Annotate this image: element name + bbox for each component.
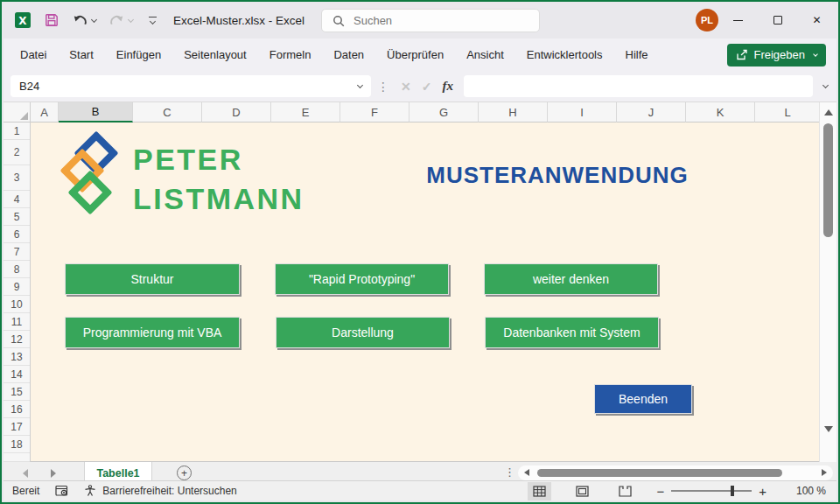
column-header-i[interactable]: I <box>548 102 617 122</box>
undo-button[interactable] <box>72 13 96 28</box>
column-header-d[interactable]: D <box>202 102 271 122</box>
column-header-g[interactable]: G <box>410 102 479 122</box>
column-header-j[interactable]: J <box>617 102 686 122</box>
tab-ansicht[interactable]: Ansicht <box>455 38 515 71</box>
row-header-7[interactable]: 7 <box>4 243 30 261</box>
tab-formeln[interactable]: Formeln <box>258 38 323 71</box>
macro-record-icon <box>55 485 68 497</box>
row-header-11[interactable]: 11 <box>4 313 30 331</box>
add-sheet-button[interactable]: + <box>177 466 192 480</box>
insert-function-button[interactable]: fx <box>437 79 458 94</box>
rapid-prototyping-button[interactable]: "Rapid Prototyping" <box>275 263 449 295</box>
share-button[interactable]: Freigeben <box>727 44 826 66</box>
row-header-3[interactable]: 3 <box>4 165 30 191</box>
macro-record-button[interactable] <box>55 485 68 497</box>
row-header-1[interactable]: 1 <box>4 122 30 140</box>
expand-formula-bar-icon[interactable] <box>822 82 829 88</box>
row-header-13[interactable]: 13 <box>4 348 30 366</box>
accessibility-checker-button[interactable] <box>84 485 96 497</box>
tab-hilfe[interactable]: Hilfe <box>614 38 660 71</box>
maximize-button[interactable] <box>758 2 797 38</box>
row-header-8[interactable]: 8 <box>4 261 30 278</box>
zoom-level[interactable]: 100 % <box>780 485 826 497</box>
name-box[interactable]: B24 <box>10 75 371 97</box>
column-header-a[interactable]: A <box>31 102 59 122</box>
row-header-partial[interactable] <box>4 453 30 462</box>
page-layout-view-button[interactable] <box>570 482 594 500</box>
row-header-17[interactable]: 17 <box>4 418 30 436</box>
beenden-button[interactable]: Beenden <box>594 384 692 414</box>
row-header-12[interactable]: 12 <box>4 331 30 348</box>
programmierung-mit-vba-button[interactable]: Programmierung mit VBA <box>65 317 240 348</box>
zoom-in-button[interactable]: + <box>752 484 774 499</box>
struktur-button[interactable]: Struktur <box>65 263 240 295</box>
horizontal-scroll-thumb[interactable] <box>537 469 782 477</box>
datenbanken-mit-system-button[interactable]: Datenbanken mit System <box>485 317 659 348</box>
page-layout-icon <box>576 486 589 497</box>
row-header-10[interactable]: 10 <box>4 296 30 313</box>
row-header-14[interactable]: 14 <box>4 366 30 383</box>
cancel-entry-button[interactable]: ✕ <box>396 80 416 94</box>
column-header-e[interactable]: E <box>271 102 340 122</box>
scroll-up-icon[interactable] <box>824 109 833 116</box>
column-header-b[interactable]: B <box>59 102 133 122</box>
accessibility-icon <box>84 485 96 497</box>
search-icon <box>332 15 345 27</box>
close-icon: ✕ <box>812 14 821 26</box>
ribbon-tab-row: DateiStartEinfügenSeitenlayoutFormelnDat… <box>4 38 836 71</box>
column-header-k[interactable]: K <box>686 102 755 122</box>
scroll-right-icon[interactable] <box>822 469 827 476</box>
row-header-18[interactable]: 18 <box>4 436 30 453</box>
tab-einfügen[interactable]: Einfügen <box>105 38 172 71</box>
avatar[interactable]: PL <box>696 9 718 32</box>
vertical-scrollbar[interactable] <box>819 102 836 462</box>
page-break-view-button[interactable] <box>613 482 637 500</box>
save-button[interactable] <box>44 12 60 28</box>
tab-datei[interactable]: Datei <box>9 38 58 71</box>
tab-seitenlayout[interactable]: Seitenlayout <box>172 38 258 71</box>
row-header-16[interactable]: 16 <box>4 401 30 418</box>
column-header-l[interactable]: L <box>755 102 821 122</box>
column-header-c[interactable]: C <box>133 102 202 122</box>
previous-sheet-icon[interactable] <box>23 469 28 478</box>
accept-entry-button[interactable]: ✓ <box>416 80 438 94</box>
row-header-6[interactable]: 6 <box>4 226 30 243</box>
zoom-slider-thumb[interactable] <box>731 486 734 496</box>
share-label: Freigeben <box>753 48 805 61</box>
maximize-icon <box>774 16 782 24</box>
zoom-out-button[interactable]: − <box>649 484 671 499</box>
search-input[interactable]: Suchen <box>321 9 540 32</box>
tab-start[interactable]: Start <box>58 38 104 71</box>
next-sheet-icon[interactable] <box>51 469 56 478</box>
redo-dropdown-icon[interactable] <box>128 16 134 22</box>
close-button[interactable]: ✕ <box>797 2 836 38</box>
column-header-h[interactable]: H <box>479 102 548 122</box>
select-all-icon <box>20 112 28 120</box>
darstellung-button[interactable]: Darstellung <box>276 317 450 348</box>
row-header-9[interactable]: 9 <box>4 278 30 296</box>
formula-input[interactable] <box>464 75 813 97</box>
scroll-down-icon[interactable] <box>824 426 833 432</box>
column-header-f[interactable]: F <box>340 102 410 122</box>
row-header-2[interactable]: 2 <box>4 140 30 165</box>
zoom-slider[interactable] <box>671 490 752 492</box>
undo-dropdown-icon[interactable] <box>91 16 97 22</box>
quick-access-toolbar-menu[interactable] <box>147 17 158 24</box>
tab-daten[interactable]: Daten <box>322 38 375 71</box>
vertical-scroll-thumb[interactable] <box>823 123 833 237</box>
row-header-5[interactable]: 5 <box>4 208 30 226</box>
select-all-button[interactable] <box>4 102 31 122</box>
redo-button[interactable] <box>108 13 133 28</box>
row-header-4[interactable]: 4 <box>4 191 30 208</box>
scroll-left-icon[interactable] <box>524 469 529 476</box>
tab-überprüfen[interactable]: Überprüfen <box>375 38 455 71</box>
horizontal-scrollbar[interactable] <box>518 466 833 480</box>
weiter-denken-button[interactable]: weiter denken <box>484 263 658 295</box>
tabbar-divider[interactable]: ⋮ <box>504 466 515 479</box>
chevron-down-icon[interactable] <box>357 82 363 88</box>
tab-entwicklertools[interactable]: Entwicklertools <box>515 38 614 71</box>
row-header-15[interactable]: 15 <box>4 383 30 401</box>
worksheet-canvas[interactable]: PETER LISTMANN MUSTERANWENDUNG Struktur"… <box>31 122 821 462</box>
normal-view-button[interactable] <box>528 482 551 500</box>
minimize-button[interactable] <box>718 2 758 38</box>
